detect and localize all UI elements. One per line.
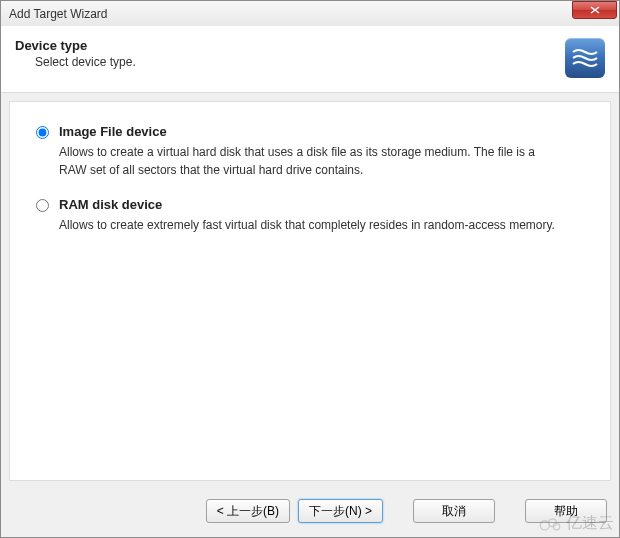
page-title: Device type <box>15 38 565 53</box>
wizard-content: Image File device Allows to create a vir… <box>9 101 611 481</box>
wizard-footer: < 上一步(B) 下一步(N) > 取消 帮助 <box>1 489 619 537</box>
option-title: Image File device <box>59 124 584 139</box>
help-button[interactable]: 帮助 <box>525 499 607 523</box>
close-button[interactable] <box>572 1 617 19</box>
cancel-button[interactable]: 取消 <box>413 499 495 523</box>
radio-ram-disk[interactable] <box>36 199 49 212</box>
option-ram-disk: RAM disk device Allows to create extreme… <box>36 197 584 234</box>
option-description: Allows to create a virtual hard disk tha… <box>59 143 559 179</box>
app-logo-icon <box>565 38 605 78</box>
option-title: RAM disk device <box>59 197 584 212</box>
option-image-file: Image File device Allows to create a vir… <box>36 124 584 179</box>
close-icon <box>590 6 600 14</box>
window-body: Device type Select device type. Image Fi… <box>0 26 620 538</box>
titlebar: Add Target Wizard <box>0 0 620 26</box>
back-button[interactable]: < 上一步(B) <box>206 499 290 523</box>
wizard-header: Device type Select device type. <box>1 26 619 93</box>
radio-image-file[interactable] <box>36 126 49 139</box>
window-title: Add Target Wizard <box>9 7 572 21</box>
option-description: Allows to create extremely fast virtual … <box>59 216 559 234</box>
next-button[interactable]: 下一步(N) > <box>298 499 383 523</box>
page-subtitle: Select device type. <box>35 55 565 69</box>
